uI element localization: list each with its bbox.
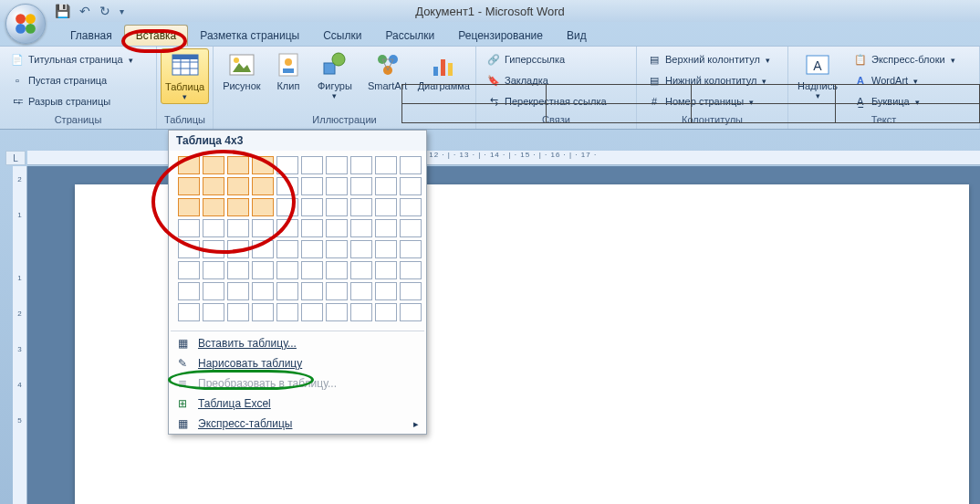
grid-cell[interactable]	[375, 303, 397, 321]
grid-cell[interactable]	[375, 156, 397, 174]
grid-cell[interactable]	[301, 156, 323, 174]
grid-cell[interactable]	[227, 261, 249, 279]
redo-icon[interactable]: ↻	[99, 4, 110, 18]
grid-cell[interactable]	[400, 240, 422, 258]
grid-cell[interactable]	[203, 282, 224, 300]
grid-cell[interactable]	[276, 261, 298, 279]
grid-cell[interactable]	[276, 156, 298, 174]
grid-cell[interactable]	[203, 240, 224, 258]
grid-cell[interactable]	[276, 177, 298, 195]
grid-cell[interactable]	[276, 219, 298, 237]
grid-cell[interactable]	[350, 177, 372, 195]
grid-cell[interactable]	[326, 219, 348, 237]
grid-cell[interactable]	[252, 219, 274, 237]
grid-cell[interactable]	[326, 156, 348, 174]
grid-cell[interactable]	[301, 177, 323, 195]
inserted-table[interactable]	[401, 84, 980, 123]
grid-cell[interactable]	[203, 261, 224, 279]
grid-cell[interactable]	[350, 303, 372, 321]
grid-cell[interactable]	[276, 240, 298, 258]
grid-cell[interactable]	[350, 156, 372, 174]
clip-button[interactable]: Клип	[270, 48, 307, 93]
grid-cell[interactable]	[326, 303, 348, 321]
grid-cell[interactable]	[326, 177, 348, 195]
grid-cell[interactable]	[326, 282, 348, 300]
grid-cell[interactable]	[400, 198, 422, 216]
grid-cell[interactable]	[301, 261, 323, 279]
grid-cell[interactable]	[178, 303, 200, 321]
grid-cell[interactable]	[276, 303, 298, 321]
table-size-grid[interactable]	[169, 151, 426, 329]
insert-table-menu[interactable]: ▦Вставить таблицу...	[169, 333, 426, 353]
grid-cell[interactable]	[350, 240, 372, 258]
grid-cell[interactable]	[375, 198, 397, 216]
ruler-corner[interactable]: L	[5, 151, 26, 165]
grid-cell[interactable]	[252, 303, 274, 321]
grid-cell[interactable]	[350, 198, 372, 216]
grid-cell[interactable]	[375, 177, 397, 195]
quickparts-button[interactable]: 📋Экспресс-блоки	[849, 50, 960, 68]
tab-insert[interactable]: Вставка	[124, 25, 189, 46]
picture-button[interactable]: Рисунок	[217, 48, 266, 93]
page-break-button[interactable]: ⮓Разрыв страницы	[5, 92, 138, 110]
grid-cell[interactable]	[178, 219, 200, 237]
grid-cell[interactable]	[301, 198, 323, 216]
grid-cell[interactable]	[203, 156, 224, 174]
grid-cell[interactable]	[203, 303, 224, 321]
grid-cell[interactable]	[350, 282, 372, 300]
save-icon[interactable]: 💾	[55, 4, 70, 18]
grid-cell[interactable]	[375, 261, 397, 279]
grid-cell[interactable]	[178, 177, 200, 195]
header-button[interactable]: ▤Верхний колонтитул	[642, 50, 775, 68]
tab-mailings[interactable]: Рассылки	[373, 25, 446, 46]
grid-cell[interactable]	[252, 240, 274, 258]
vertical-ruler[interactable]: 2112345	[13, 166, 27, 504]
quick-tables-menu[interactable]: ▦Экспресс-таблицы	[169, 414, 426, 434]
grid-cell[interactable]	[178, 240, 200, 258]
grid-cell[interactable]	[178, 261, 200, 279]
grid-cell[interactable]	[400, 219, 422, 237]
undo-icon[interactable]: ↶	[79, 4, 90, 18]
grid-cell[interactable]	[276, 198, 298, 216]
cover-page-button[interactable]: 📄Титульная страница	[5, 50, 138, 68]
grid-cell[interactable]	[400, 282, 422, 300]
grid-cell[interactable]	[252, 198, 274, 216]
tab-page-layout[interactable]: Разметка страницы	[188, 25, 311, 46]
grid-cell[interactable]	[178, 198, 200, 216]
grid-cell[interactable]	[400, 261, 422, 279]
tab-references[interactable]: Ссылки	[311, 25, 373, 46]
grid-cell[interactable]	[252, 282, 274, 300]
grid-cell[interactable]	[227, 177, 249, 195]
grid-cell[interactable]	[301, 219, 323, 237]
qat-dropdown-icon[interactable]: ▾	[120, 6, 124, 16]
grid-cell[interactable]	[350, 261, 372, 279]
excel-table-menu[interactable]: ⊞Таблица Excel	[169, 394, 426, 414]
grid-cell[interactable]	[400, 303, 422, 321]
tab-view[interactable]: Вид	[555, 25, 599, 46]
grid-cell[interactable]	[326, 240, 348, 258]
grid-cell[interactable]	[375, 219, 397, 237]
tab-review[interactable]: Рецензирование	[446, 25, 555, 46]
grid-cell[interactable]	[276, 282, 298, 300]
grid-cell[interactable]	[227, 303, 249, 321]
grid-cell[interactable]	[252, 156, 274, 174]
grid-cell[interactable]	[326, 261, 348, 279]
hyperlink-button[interactable]: 🔗Гиперссылка	[482, 50, 611, 68]
blank-page-button[interactable]: ▫Пустая страница	[5, 71, 138, 89]
grid-cell[interactable]	[375, 282, 397, 300]
grid-cell[interactable]	[203, 219, 224, 237]
grid-cell[interactable]	[326, 198, 348, 216]
grid-cell[interactable]	[400, 156, 422, 174]
draw-table-menu[interactable]: ✎Нарисовать таблицу	[169, 353, 426, 373]
grid-cell[interactable]	[252, 261, 274, 279]
grid-cell[interactable]	[301, 282, 323, 300]
grid-cell[interactable]	[301, 240, 323, 258]
tab-home[interactable]: Главная	[58, 25, 124, 46]
grid-cell[interactable]	[375, 240, 397, 258]
grid-cell[interactable]	[301, 303, 323, 321]
table-button[interactable]: Таблица	[161, 48, 209, 104]
grid-cell[interactable]	[203, 177, 224, 195]
grid-cell[interactable]	[227, 282, 249, 300]
grid-cell[interactable]	[400, 177, 422, 195]
grid-cell[interactable]	[178, 282, 200, 300]
